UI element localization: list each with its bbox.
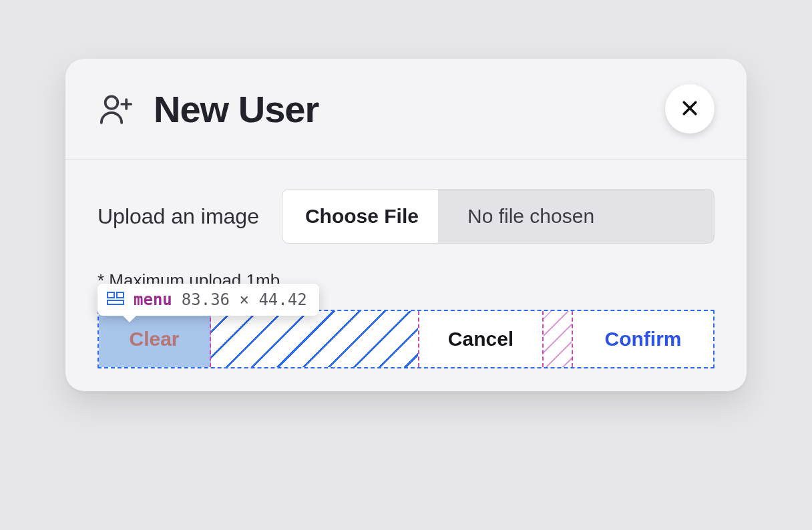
confirm-button[interactable]: Confirm	[573, 311, 713, 367]
upload-label: Upload an image	[97, 204, 259, 229]
dialog-title: New User	[154, 87, 319, 131]
confirm-label: Confirm	[605, 328, 682, 350]
flex-gap-hatch	[544, 311, 572, 367]
clear-label: Clear	[129, 328, 179, 350]
inspect-dimensions: 83.36 × 44.42	[182, 290, 307, 309]
file-status-text: No file chosen	[438, 189, 715, 244]
flex-gap	[544, 311, 573, 367]
svg-rect-7	[108, 300, 124, 304]
cancel-button[interactable]: Cancel	[419, 311, 544, 367]
dialog-header: New User	[65, 59, 747, 160]
user-plus-icon	[97, 90, 135, 127]
devtools-inspect-tooltip: menu 83.36 × 44.42	[97, 284, 319, 316]
dialog-footer-flex: Clear Cancel Confirm	[97, 310, 715, 368]
close-button[interactable]	[665, 84, 715, 134]
file-input-group: Choose File No file chosen	[282, 189, 715, 244]
dialog-body: Upload an image Choose File No file chos…	[65, 160, 747, 298]
flex-spacer	[211, 311, 419, 367]
new-user-dialog: New User Upload an image Choose File No …	[65, 59, 747, 391]
choose-file-button[interactable]: Choose File	[282, 189, 442, 244]
close-icon	[680, 98, 700, 120]
flex-icon	[107, 292, 124, 308]
upload-row: Upload an image Choose File No file chos…	[97, 189, 715, 244]
flex-spacer-hatch	[211, 311, 418, 367]
clear-button[interactable]: Clear	[99, 311, 211, 367]
svg-point-0	[106, 96, 118, 109]
svg-rect-5	[108, 292, 114, 298]
svg-rect-6	[117, 292, 124, 298]
cancel-label: Cancel	[448, 328, 514, 350]
inspect-element-tag: menu	[134, 290, 172, 309]
